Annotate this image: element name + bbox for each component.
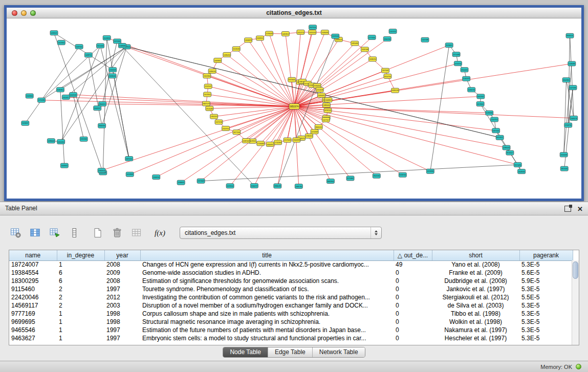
new-table-button[interactable] <box>91 226 104 240</box>
row-tools-button[interactable] <box>67 226 81 240</box>
graph-node-label: 23473931 <box>58 41 64 44</box>
column-header-in_degree[interactable]: in_degree <box>57 250 104 260</box>
network-window-title: citations_edges.txt <box>7 8 581 18</box>
cell-out_de: 0 <box>394 326 432 334</box>
table-body: 1872400712008Changes of HCN gene express… <box>9 260 573 342</box>
column-header-year[interactable]: year <box>104 250 140 260</box>
scrollbar-thumb[interactable] <box>573 261 578 279</box>
cell-short: Franke et al. (2009) <box>432 269 519 277</box>
select-columns-button[interactable] <box>28 226 42 240</box>
graph-node-label: 12623132 <box>389 30 396 33</box>
table-settings-button[interactable] <box>9 226 23 240</box>
graph-node-label: 16840937 <box>267 143 273 146</box>
graph-node-label: 16743396 <box>427 170 433 172</box>
table-row[interactable]: 1938455462009Genome-wide association stu… <box>9 269 573 277</box>
column-header-short[interactable]: short <box>432 250 519 260</box>
table-row[interactable]: 2242004622012Investigating the contribut… <box>9 293 573 301</box>
table-panel-body: f(x) citations_edges.txt namein_degreeye… <box>0 216 588 361</box>
table-row[interactable]: 1872400712008Changes of HCN gene express… <box>9 260 573 269</box>
graph-node-label: 9373605 <box>289 78 296 81</box>
cell-name: 19384554 <box>9 269 57 277</box>
close-panel-icon[interactable]: ✕ <box>577 206 583 212</box>
graph-node-label: 12196449 <box>266 32 273 35</box>
table-row[interactable]: 911546021997Tourette syndrome. Phenomeno… <box>9 285 573 293</box>
cell-short: Dudbridge et al. (2008) <box>432 277 519 285</box>
cell-title: Disruption of a novel member of a sodium… <box>140 301 394 310</box>
window-controls <box>12 10 36 16</box>
graph-node-label: 22558735 <box>565 124 572 126</box>
cell-short: Stergiakouli et al. (2012) <box>432 293 519 301</box>
cell-name: 14569117 <box>9 301 57 310</box>
table-options-disabled-button[interactable] <box>129 226 143 240</box>
cell-out_de: 0 <box>394 293 432 301</box>
tab-edge-table[interactable]: Edge Table <box>268 347 312 357</box>
trash-icon <box>112 227 123 238</box>
cell-name: 18300295 <box>9 277 57 285</box>
cell-short: Jankovic et al. (1997) <box>432 285 519 293</box>
network-view-window: citations_edges.txt 93736051582825225801… <box>4 5 584 201</box>
graph-node-label: 10141047 <box>205 85 211 87</box>
window-minimize-button[interactable] <box>21 10 27 16</box>
window-close-button[interactable] <box>12 10 17 16</box>
graph-node-label: 15596545 <box>109 75 116 77</box>
table-header-row: namein_degreeyeartitle△ out_de...shortpa… <box>9 250 573 260</box>
citation-edge-red <box>269 34 294 107</box>
delete-table-button[interactable] <box>110 226 124 240</box>
graph-node-label: 14390253 <box>224 54 230 56</box>
cell-name: 9463627 <box>9 334 57 342</box>
graph-node-label: 20972645 <box>493 129 499 132</box>
row-tools-icon <box>69 227 80 238</box>
tab-node-table[interactable]: Node Table <box>223 347 268 357</box>
graph-node-label: 19022430 <box>373 174 380 177</box>
table-row[interactable]: 1456911722003Disruption of a novel membe… <box>9 301 573 310</box>
citation-edge-black <box>430 45 449 171</box>
graph-node-label: 18676456 <box>561 167 568 170</box>
table-row[interactable]: 977716911998Corpus callosum shape and si… <box>9 310 573 318</box>
function-builder-button[interactable]: f(x) <box>153 226 167 240</box>
import-table-button[interactable] <box>48 226 61 240</box>
citation-edge-red <box>294 76 387 106</box>
cell-pagerank: 5.9E-5 <box>519 277 573 285</box>
citation-edge-red <box>107 38 294 106</box>
graph-node-label: 15649036 <box>518 170 525 173</box>
citation-edge-black <box>73 95 84 139</box>
cell-title: Estimation of the future numbers of pati… <box>140 326 394 334</box>
window-zoom-button[interactable] <box>30 10 36 16</box>
cell-short: Hescheler et al. (1997) <box>432 334 519 342</box>
column-header-name[interactable]: name <box>9 250 57 260</box>
cell-name: 18724007 <box>9 260 57 269</box>
table-row[interactable]: 946554611997Estimation of the future num… <box>9 326 573 334</box>
table-row[interactable]: 1830029562008Estimation of significance … <box>9 277 573 285</box>
table-row[interactable]: 969969511998Structural magnetic resonanc… <box>9 318 573 326</box>
table-selector-dropdown[interactable]: citations_edges.txt <box>180 227 382 239</box>
graph-node-label: 21313038 <box>316 89 323 91</box>
table-row[interactable]: 946362711997Embryonic stem cells: a mode… <box>9 334 573 342</box>
network-window-titlebar[interactable]: citations_edges.txt <box>7 8 581 18</box>
graph-node-label: 21579459 <box>284 139 291 141</box>
graph-node-label: 23529700 <box>223 127 229 130</box>
tab-network-table[interactable]: Network Table <box>312 347 365 357</box>
import-table-icon <box>49 227 60 238</box>
column-header-title[interactable]: title <box>140 250 394 260</box>
graph-node-label: 12995063 <box>503 146 510 149</box>
graph-node-label: 13483278 <box>571 117 577 120</box>
graph-node-label: 9487579 <box>203 102 210 105</box>
graph-node-label: 21589685 <box>119 45 125 47</box>
network-canvas[interactable]: 9373605158282522580149115722671111632582… <box>7 18 581 199</box>
graph-node-label: 22582616 <box>98 169 105 172</box>
table-scrollbar[interactable] <box>572 260 579 345</box>
graph-node-label: 23287305 <box>76 46 82 48</box>
float-panel-icon[interactable] <box>564 206 571 212</box>
column-header-pagerank[interactable]: pagerank <box>519 250 573 260</box>
citation-edge-black <box>54 33 103 172</box>
cell-year: 2012 <box>104 293 140 301</box>
citation-network-graph[interactable]: 9373605158282522580149115722671111632582… <box>7 18 581 199</box>
column-header-out_de[interactable]: △ out_de... <box>394 250 432 260</box>
graph-node-label: 25258911 <box>446 44 452 47</box>
cell-in_degree: 6 <box>57 277 104 285</box>
graph-node-label: 14314714 <box>297 31 304 34</box>
graph-node-label: 19479134 <box>310 26 316 29</box>
memory-status-label: Memory: OK <box>540 364 572 370</box>
graph-node-label: 9723117 <box>507 151 514 154</box>
cell-year: 1997 <box>104 326 140 334</box>
